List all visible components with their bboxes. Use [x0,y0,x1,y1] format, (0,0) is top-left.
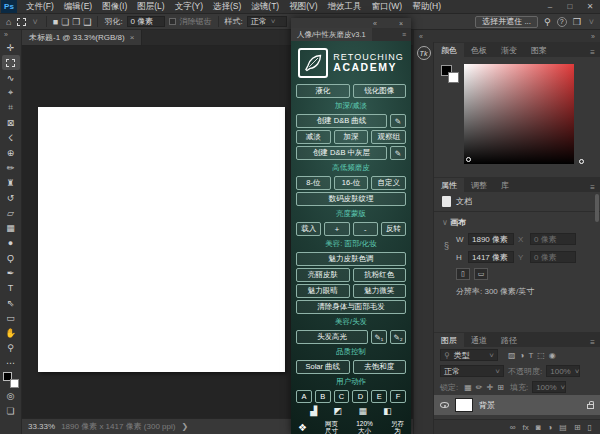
ra-panel-tab[interactable]: 人像/中性灰磨皮v3.1 [291,28,372,41]
ra-button[interactable]: 魅力微笑 [353,284,407,298]
tool-preset-caret-icon[interactable]: ˅ [30,17,39,27]
ra-tool-icon[interactable]: ◧ [383,406,392,416]
color-tab-3[interactable]: 渐变 [494,43,524,57]
antialias-checkbox[interactable] [169,18,176,25]
color-tab-4[interactable]: 图案 [524,43,554,57]
ra-action-a-button[interactable]: A [296,390,312,403]
ra-action-f-button[interactable]: F [390,390,406,403]
history-brush-tool[interactable]: ↺ [2,190,20,205]
ra-action-e-button[interactable]: E [371,390,387,403]
menu-item[interactable]: 视图(V) [284,1,322,13]
vertical-scrollbar[interactable] [595,194,599,222]
ra-bottom-action[interactable]: 网页 尺寸 [325,420,338,434]
ra-button[interactable]: 魅力皮肤色调 [296,252,406,266]
rectangular-marquee-tool[interactable] [2,55,20,70]
close-button[interactable]: ✕ [580,0,600,13]
ra-bottom-action[interactable]: 120% 大小 [356,420,373,434]
ra-button[interactable]: 创建 D&B 曲线 [296,114,387,128]
properties-tab-1[interactable]: 属性 [434,178,464,192]
eraser-tool[interactable]: ▱ [2,205,20,220]
brush-icon-button[interactable]: ✎ [390,146,406,160]
layer-action-icon[interactable]: ◑ [547,423,552,432]
document-tab[interactable]: 未标题-1 @ 33.3%(RGB/8) × [22,30,142,45]
saturation-brightness-field[interactable] [464,64,574,164]
ra-button[interactable]: 8-位 [296,176,331,190]
ra-button[interactable]: 锐化图像 [353,84,407,98]
properties-tab-3[interactable]: 库 [494,178,516,192]
brush-tool[interactable]: ✏ [2,160,20,175]
y-field[interactable]: 0 像素 [530,251,576,263]
hue-cursor[interactable] [579,159,584,164]
ra-button[interactable]: 液化 [296,84,350,98]
ra-button[interactable]: Solar 曲线 [296,360,350,374]
ra-button[interactable]: 魅力眼睛 [296,284,350,298]
menu-item[interactable]: 文字(Y) [170,1,208,13]
move-tool[interactable]: ✛ [2,40,20,55]
dock-collapse-right-icon[interactable]: » [591,33,595,40]
canvas-section-caret-icon[interactable]: ∨ [442,218,448,227]
zoom-level[interactable]: 33.33% [28,422,55,431]
ra-button[interactable]: 头发高光 [296,330,368,344]
layer-filter-select[interactable]: ⚲ 类型 ˅ [440,349,498,361]
menu-item[interactable]: 滤镜(T) [246,1,284,13]
zoom-tool[interactable]: ⚲ [2,340,20,355]
selection-mode-icon[interactable]: ❏ [61,17,69,27]
layer-filter-icon[interactable]: ⬚ [535,351,547,360]
workspace-switcher-icon[interactable]: ❒ [571,17,583,27]
ra-button[interactable]: 减淡 [296,130,331,144]
select-and-mask-button[interactable]: 选择并遮住 ... [475,16,538,28]
layer-action-icon[interactable]: ◙ [536,423,541,432]
ra-button[interactable]: 创建 D&B 中灰层 [296,146,387,160]
clone-stamp-tool[interactable]: ♜ [2,175,20,190]
selection-mode-icon[interactable]: ■ [53,17,58,27]
panel-menu-icon[interactable]: ≡ [585,48,600,57]
path-selection-tool[interactable]: ⇖ [2,295,20,310]
orientation-landscape-button[interactable]: ▭ [474,268,488,280]
ra-action-c-button[interactable]: C [334,390,350,403]
ra-button[interactable]: 抗粉红色 [353,268,407,282]
edit-toolbar[interactable]: ⋯ [2,355,20,370]
type-tool[interactable]: T [2,280,20,295]
menu-item[interactable]: 编辑(E) [59,1,97,13]
screen-mode[interactable]: ❏ [2,403,20,418]
ra-action-d-button[interactable]: D [352,390,368,403]
help-icon[interactable]: ? [557,17,567,27]
panel-collapse-icon[interactable]: « [373,20,377,27]
lock-option-icon[interactable]: ✏ [474,383,485,392]
foreground-background-swatches[interactable] [3,372,19,388]
rectangle-tool[interactable]: ▭ [2,310,20,325]
lock-option-icon[interactable]: ✛ [485,383,496,392]
home-icon[interactable]: ⌂ [4,17,13,27]
ra-tool-icon[interactable]: ▦ [358,406,367,416]
menu-item[interactable]: 文件(F) [21,1,59,13]
dodge-tool[interactable]: Ϙ [2,250,20,265]
layer-filter-icon[interactable]: T [526,351,535,360]
selection-mode-icon[interactable]: ❐ [72,17,80,27]
gradient-tool[interactable]: ▦ [2,220,20,235]
background-color-swatch[interactable] [10,379,19,388]
lock-option-icon[interactable]: ▦ [462,383,474,392]
color-panel-swatches[interactable] [441,65,459,83]
feather-input[interactable]: 0 像素 [127,16,165,27]
status-chevron-icon[interactable]: ❯ [181,422,188,431]
layer-row-background[interactable]: 背景 [434,395,600,415]
maximize-button[interactable]: □ [560,0,580,13]
layer-action-icon[interactable]: ⊞ [574,423,581,432]
opacity-select[interactable]: 100% ˅ [546,365,580,377]
blur-tool[interactable]: ● [2,235,20,250]
panel-menu-icon[interactable]: ≡ [585,183,600,192]
background-color-swatch[interactable] [448,72,459,83]
hand-tool[interactable]: ✋ [2,325,20,340]
fill-select[interactable]: 100% ˅ [532,381,566,393]
layer-action-icon[interactable]: ∞ [510,423,516,432]
layer-action-icon[interactable]: fx [522,423,528,432]
link-dimensions-icon[interactable]: § [444,241,449,251]
crop-tool[interactable]: ⌗ [2,100,20,115]
ra-button[interactable]: 载入 [296,222,321,236]
selection-mode-icon[interactable]: ❑ [83,17,91,27]
orientation-portrait-button[interactable]: ▯ [456,268,470,280]
tab-close-icon[interactable]: × [130,33,135,42]
menu-item[interactable]: 增效工具 [323,1,367,13]
ra-button[interactable]: 16-位 [334,176,369,190]
x-field[interactable]: 0 像素 [530,233,576,245]
